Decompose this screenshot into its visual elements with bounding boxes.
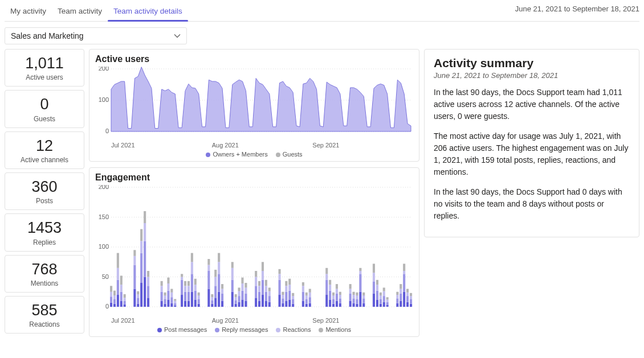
svg-rect-167 — [282, 292, 284, 295]
svg-rect-164 — [282, 303, 284, 307]
svg-rect-179 — [292, 293, 294, 296]
svg-rect-125 — [235, 300, 237, 303]
svg-rect-40 — [137, 304, 139, 307]
svg-rect-83 — [184, 281, 186, 286]
svg-rect-114 — [218, 262, 220, 274]
svg-rect-77 — [181, 280, 183, 295]
svg-rect-122 — [231, 268, 234, 280]
team-select[interactable]: Sales and Marketing — [5, 27, 187, 44]
svg-rect-218 — [353, 295, 355, 298]
svg-rect-144 — [258, 301, 260, 307]
svg-rect-87 — [188, 281, 190, 286]
stat-cards: 1,011Active users0Guests12Active channel… — [5, 49, 84, 334]
svg-rect-243 — [380, 293, 382, 295]
svg-rect-47 — [140, 229, 142, 241]
svg-rect-211 — [339, 292, 341, 295]
svg-rect-111 — [214, 270, 217, 277]
svg-rect-215 — [349, 284, 352, 289]
svg-rect-119 — [221, 284, 223, 289]
svg-rect-52 — [147, 298, 149, 307]
tabs: My activity Team activity Team activity … — [5, 2, 188, 21]
svg-rect-138 — [244, 287, 247, 294]
svg-rect-42 — [137, 294, 139, 298]
svg-rect-228 — [362, 303, 365, 307]
tab-team-activity[interactable]: Team activity — [52, 2, 108, 21]
stat-value: 768 — [7, 261, 81, 277]
tab-my-activity[interactable]: My activity — [5, 2, 52, 21]
svg-rect-84 — [188, 301, 190, 307]
stat-card: 0Guests — [5, 90, 84, 127]
svg-rect-97 — [198, 299, 200, 303]
svg-rect-183 — [302, 282, 304, 286]
svg-rect-105 — [211, 300, 213, 303]
svg-rect-266 — [406, 293, 409, 296]
tab-team-activity-details[interactable]: Team activity details — [108, 2, 188, 21]
svg-rect-117 — [221, 294, 223, 301]
svg-rect-233 — [373, 282, 375, 294]
svg-rect-268 — [410, 304, 412, 307]
svg-rect-232 — [373, 294, 375, 307]
svg-rect-208 — [339, 303, 341, 307]
engagement-chart: Engagement 050100150200 Jul 2021Aug 2021… — [89, 167, 419, 337]
svg-rect-95 — [194, 279, 197, 285]
svg-rect-32 — [124, 304, 126, 307]
svg-rect-213 — [349, 294, 352, 301]
svg-rect-50 — [144, 223, 146, 241]
svg-rect-220 — [356, 304, 358, 307]
svg-rect-98 — [198, 295, 200, 299]
chart-title: Active users — [95, 54, 413, 64]
chevron-down-icon — [174, 32, 181, 39]
svg-rect-65 — [167, 291, 169, 300]
svg-rect-85 — [188, 292, 190, 301]
svg-rect-56 — [161, 301, 163, 307]
svg-rect-110 — [214, 277, 217, 286]
svg-rect-261 — [403, 274, 405, 292]
svg-rect-43 — [137, 291, 139, 294]
svg-rect-128 — [238, 302, 241, 307]
summary-paragraph: The most active day for usage was July 1… — [434, 130, 630, 178]
svg-rect-75 — [174, 299, 176, 301]
svg-rect-31 — [120, 275, 123, 285]
svg-rect-20 — [113, 304, 116, 307]
svg-rect-163 — [279, 269, 281, 274]
svg-rect-257 — [400, 294, 402, 301]
svg-rect-123 — [231, 262, 234, 268]
svg-rect-190 — [309, 293, 311, 297]
svg-rect-247 — [383, 287, 385, 291]
stat-label: Posts — [7, 197, 81, 205]
svg-rect-191 — [309, 289, 311, 293]
svg-rect-189 — [309, 297, 311, 303]
svg-rect-120 — [231, 292, 234, 307]
svg-rect-172 — [288, 299, 291, 307]
svg-rect-181 — [302, 292, 304, 301]
svg-rect-107 — [211, 294, 213, 297]
svg-rect-61 — [164, 299, 166, 303]
svg-rect-195 — [325, 268, 328, 274]
svg-rect-260 — [403, 292, 405, 307]
svg-rect-28 — [120, 301, 123, 307]
svg-text:150: 150 — [99, 213, 109, 220]
svg-rect-139 — [244, 283, 247, 287]
svg-rect-193 — [325, 280, 328, 295]
svg-rect-156 — [268, 302, 271, 307]
svg-rect-158 — [268, 291, 271, 296]
svg-rect-155 — [265, 280, 267, 286]
svg-rect-269 — [410, 299, 412, 303]
svg-rect-19 — [110, 286, 112, 292]
svg-rect-201 — [332, 299, 335, 303]
stat-card: 1,011Active users — [5, 49, 84, 87]
svg-rect-221 — [356, 299, 358, 303]
svg-rect-194 — [325, 274, 328, 280]
svg-rect-263 — [403, 264, 405, 271]
svg-rect-271 — [410, 293, 412, 296]
svg-rect-184 — [305, 304, 308, 307]
svg-rect-146 — [258, 286, 260, 292]
svg-rect-192 — [325, 295, 328, 307]
svg-rect-58 — [161, 286, 163, 292]
svg-rect-34 — [124, 298, 126, 301]
svg-rect-129 — [238, 296, 241, 302]
svg-rect-244 — [383, 302, 385, 307]
svg-rect-216 — [353, 303, 355, 307]
stat-card: 1453Replies — [5, 213, 84, 251]
svg-rect-210 — [339, 295, 341, 298]
